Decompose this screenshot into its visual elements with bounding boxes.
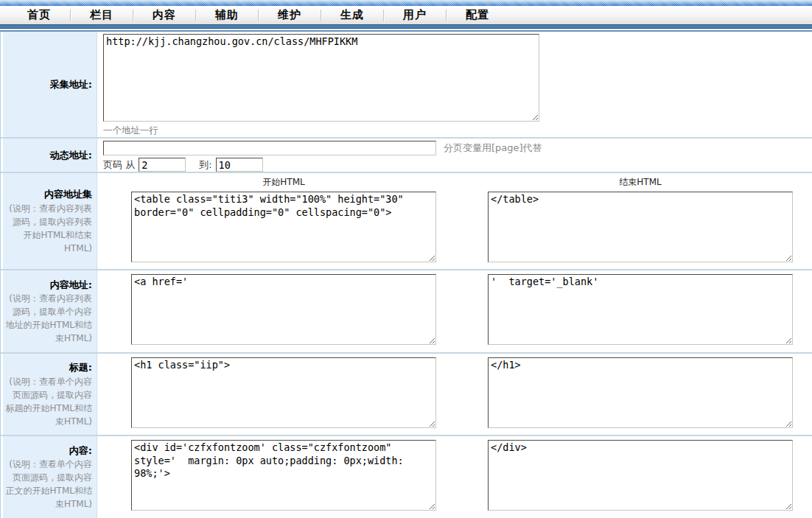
content-list-label-cell: 内容地址集 (说明：查看内容列表源码，提取内容列表开始HTML和结束HTML): [3, 173, 97, 269]
content-list-end-html-textarea[interactable]: </table>: [488, 192, 793, 262]
nav-item-generate[interactable]: 生成: [321, 8, 383, 22]
form-row-content-url: 内容地址: (说明：查看内容列表源码，提取单个内容地址的开始HTML和结束HTM…: [1, 270, 812, 354]
nav-item-users[interactable]: 用户: [384, 8, 446, 22]
dynamic-address-content: 分页变量用[page]代替 页码 从 到:: [97, 139, 812, 172]
collect-address-label-cell: 采集地址:: [3, 32, 97, 137]
end-html-header: 结束HTML: [488, 176, 793, 189]
content-list-content: 开始HTML 结束HTML <table class="titi3" width…: [97, 173, 812, 269]
title-desc: (说明：查看单个内容页面源码，提取内容标题的开始HTML和结束HTML): [4, 375, 92, 428]
nav-item-content[interactable]: 内容: [133, 8, 195, 22]
content-body-desc: (说明：查看单个内容页面源码，提取内容正文的开始HTML和结束HTML): [4, 458, 92, 511]
collect-address-label: 采集地址:: [50, 77, 92, 92]
form-row-collect-address: 采集地址: http://kjj.changzhou.gov.cn/class/…: [1, 32, 812, 139]
dynamic-address-label-cell: 动态地址:: [3, 139, 97, 172]
start-html-header: 开始HTML: [131, 176, 436, 189]
page-from-input[interactable]: [139, 158, 186, 172]
nav-item-auxiliary[interactable]: 辅助: [196, 8, 258, 22]
content-body-end-html-textarea[interactable]: </div>: [488, 440, 793, 511]
title-end-html-textarea[interactable]: </h1>: [488, 357, 793, 428]
dynamic-address-input[interactable]: [103, 141, 436, 155]
top-gradient-strip: [0, 0, 812, 6]
content-url-start-html-textarea[interactable]: <a href=': [131, 274, 436, 345]
title-start-html-textarea[interactable]: <h1 class="iip">: [131, 357, 436, 428]
content-list-desc: (说明：查看内容列表源码，提取内容列表开始HTML和结束HTML): [4, 202, 92, 255]
page-to-input[interactable]: [216, 158, 263, 172]
content-url-label: 内容地址:: [50, 278, 92, 293]
main-nav: 首页 栏目 内容 辅助 维护 生成 用户 配置: [0, 6, 812, 24]
collect-address-content: http://kjj.changzhou.gov.cn/class/MHFPIK…: [97, 32, 812, 137]
dynamic-address-hint: 分页变量用[page]代替: [444, 141, 542, 155]
title-label-cell: 标题: (说明：查看单个内容页面源码，提取内容标题的开始HTML和结束HTML): [3, 354, 97, 435]
content-url-content: <a href=' ' target='_blank': [97, 270, 812, 352]
nav-item-home[interactable]: 首页: [8, 8, 70, 22]
content-body-label: 内容:: [69, 444, 92, 458]
nav-item-config[interactable]: 配置: [447, 8, 508, 22]
nav-item-maintenance[interactable]: 维护: [259, 8, 321, 22]
content-list-label: 内容地址集: [44, 187, 92, 202]
content-url-label-cell: 内容地址: (说明：查看内容列表源码，提取单个内容地址的开始HTML和结束HTM…: [3, 270, 97, 352]
form-row-dynamic-address: 动态地址: 分页变量用[page]代替 页码 从 到:: [1, 139, 812, 173]
nav-item-columns[interactable]: 栏目: [71, 8, 133, 22]
content-list-start-html-textarea[interactable]: <table class="titi3" width="100%" height…: [131, 192, 436, 262]
content-url-desc: (说明：查看内容列表源码，提取单个内容地址的开始HTML和结束HTML): [4, 292, 92, 345]
content-body-start-html-textarea[interactable]: <div id='czfxfontzoom' class="czfxfontzo…: [131, 440, 436, 511]
form-row-content-body: 内容: (说明：查看单个内容页面源码，提取内容正文的开始HTML和结束HTML)…: [1, 436, 812, 518]
page-from-label: 页码 从: [103, 158, 135, 172]
title-label: 标题:: [69, 360, 92, 375]
collection-settings-form: 采集地址: http://kjj.changzhou.gov.cn/class/…: [0, 32, 812, 518]
collect-address-hint: 一个地址一行: [103, 125, 812, 137]
form-row-content-list: 内容地址集 (说明：查看内容列表源码，提取内容列表开始HTML和结束HTML) …: [1, 173, 812, 270]
content-body-content: <div id='czfxfontzoom' class="czfxfontzo…: [97, 436, 812, 518]
page-to-label: 到:: [199, 158, 211, 172]
content-body-label-cell: 内容: (说明：查看单个内容页面源码，提取内容正文的开始HTML和结束HTML): [3, 436, 97, 518]
form-row-title: 标题: (说明：查看单个内容页面源码，提取内容标题的开始HTML和结束HTML)…: [1, 354, 812, 436]
dynamic-address-label: 动态地址:: [50, 148, 92, 163]
collect-address-textarea[interactable]: http://kjj.changzhou.gov.cn/class/MHFPIK…: [103, 34, 539, 122]
title-content: <h1 class="iip"> </h1>: [97, 354, 812, 435]
content-url-end-html-textarea[interactable]: ' target='_blank': [488, 274, 793, 345]
